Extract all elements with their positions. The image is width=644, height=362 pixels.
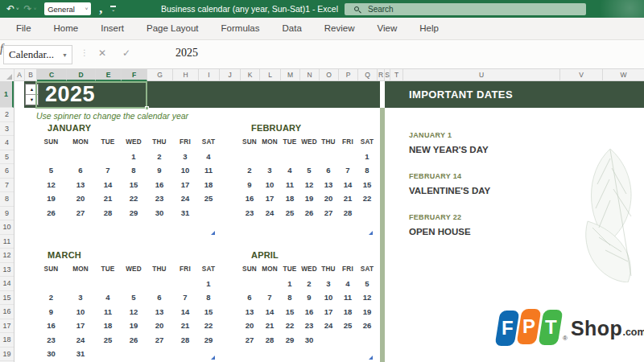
day-cell[interactable]: [299, 150, 319, 164]
day-cell[interactable]: 28: [95, 206, 121, 220]
redo-button[interactable]: ↷ ˅: [24, 0, 37, 18]
undo-dropdown-icon[interactable]: ˅: [16, 0, 19, 18]
day-cell[interactable]: 14: [338, 178, 357, 192]
day-cell[interactable]: 12: [121, 305, 147, 319]
tab-file[interactable]: File: [5, 18, 43, 39]
day-cell[interactable]: 24: [319, 319, 338, 333]
resize-corner-icon[interactable]: [211, 356, 215, 360]
day-cell[interactable]: [259, 277, 280, 291]
day-cell[interactable]: 29: [198, 333, 219, 348]
day-cell[interactable]: [198, 347, 219, 361]
column-header-c[interactable]: C: [37, 69, 67, 81]
day-cell[interactable]: 27: [240, 333, 259, 348]
day-cell[interactable]: 10: [259, 178, 280, 192]
day-cell[interactable]: 26: [299, 206, 319, 220]
day-cell[interactable]: 31: [172, 206, 198, 220]
undo-button[interactable]: ↶ ˅: [6, 0, 19, 18]
search-input[interactable]: [368, 5, 561, 14]
column-header-n[interactable]: N: [300, 69, 320, 81]
tab-insert[interactable]: Insert: [89, 18, 135, 39]
day-cell[interactable]: 23: [299, 319, 319, 333]
day-cell[interactable]: 18: [280, 191, 299, 206]
day-cell[interactable]: 21: [338, 191, 357, 206]
tab-home[interactable]: Home: [43, 18, 90, 39]
day-cell[interactable]: 6: [147, 290, 172, 305]
day-cell[interactable]: 10: [319, 290, 338, 305]
day-cell[interactable]: 20: [319, 191, 338, 206]
day-cell[interactable]: [357, 333, 377, 348]
day-cell[interactable]: 3: [319, 277, 338, 291]
day-cell[interactable]: 2: [36, 290, 66, 305]
day-cell[interactable]: 8: [280, 290, 299, 305]
column-header-o[interactable]: O: [320, 69, 339, 81]
day-cell[interactable]: 27: [66, 206, 95, 220]
day-cell[interactable]: 10: [66, 305, 95, 319]
row-header-13[interactable]: 13: [0, 263, 14, 278]
day-cell[interactable]: 14: [172, 305, 198, 319]
resize-corner-icon[interactable]: [211, 231, 215, 235]
redo-dropdown-icon[interactable]: ˅: [34, 0, 37, 18]
day-cell[interactable]: 1: [121, 150, 147, 164]
column-header-q[interactable]: Q: [358, 69, 378, 81]
row-header-15[interactable]: 15: [0, 291, 14, 306]
day-cell[interactable]: 11: [280, 178, 299, 192]
day-cell[interactable]: 9: [240, 178, 259, 192]
day-cell[interactable]: 23: [36, 333, 66, 348]
column-header-p[interactable]: P: [339, 69, 358, 81]
day-cell[interactable]: 17: [319, 305, 338, 319]
day-cell[interactable]: [198, 206, 219, 220]
day-cell[interactable]: 19: [299, 191, 319, 206]
tab-formulas[interactable]: Formulas: [210, 18, 271, 39]
day-cell[interactable]: 13: [147, 305, 172, 319]
column-header-h[interactable]: H: [173, 69, 199, 81]
day-cell[interactable]: 28: [172, 333, 198, 348]
column-header-e[interactable]: E: [96, 69, 122, 81]
day-cell[interactable]: 15: [198, 305, 219, 319]
row-header-9[interactable]: 9: [0, 207, 14, 221]
day-cell[interactable]: 28: [338, 206, 357, 220]
column-header-f[interactable]: F: [122, 69, 147, 81]
tab-page-layout[interactable]: Page Layout: [135, 18, 210, 39]
day-cell[interactable]: 16: [299, 305, 319, 319]
day-cell[interactable]: 26: [36, 206, 66, 220]
row-header-8[interactable]: 8: [0, 192, 14, 207]
tab-data[interactable]: Data: [271, 18, 313, 39]
day-cell[interactable]: 24: [259, 206, 280, 220]
day-cell[interactable]: 1: [357, 150, 377, 164]
tab-review[interactable]: Review: [313, 18, 366, 39]
day-cell[interactable]: [240, 277, 259, 291]
day-cell[interactable]: 18: [198, 178, 219, 192]
day-cell[interactable]: 27: [147, 333, 172, 348]
day-cell[interactable]: [280, 150, 299, 164]
day-cell[interactable]: 3: [259, 163, 280, 178]
day-cell[interactable]: [147, 277, 172, 291]
name-box-dropdown-icon[interactable]: ▼: [58, 52, 72, 58]
day-cell[interactable]: 12: [36, 178, 66, 192]
row-header-3[interactable]: 3: [0, 122, 14, 137]
day-cell[interactable]: 23: [147, 191, 172, 206]
day-cell[interactable]: [95, 277, 121, 291]
enter-icon[interactable]: ✓: [122, 47, 130, 59]
day-cell[interactable]: 11: [198, 163, 219, 178]
column-header-g[interactable]: G: [147, 69, 173, 81]
day-cell[interactable]: [357, 206, 377, 220]
day-cell[interactable]: 13: [240, 305, 259, 319]
row-header-5[interactable]: 5: [0, 150, 14, 165]
day-cell[interactable]: 11: [338, 290, 357, 305]
select-all-corner[interactable]: [0, 69, 14, 81]
day-cell[interactable]: 19: [36, 191, 66, 206]
resize-corner-icon[interactable]: [369, 356, 373, 360]
day-cell[interactable]: 24: [172, 191, 198, 206]
column-header-w[interactable]: W: [603, 69, 644, 81]
day-cell[interactable]: 2: [147, 150, 172, 164]
day-cell[interactable]: [121, 277, 147, 291]
column-header-m[interactable]: M: [281, 69, 300, 81]
day-cell[interactable]: 5: [357, 277, 377, 291]
row-header-11[interactable]: 11: [0, 235, 14, 249]
column-header-k[interactable]: K: [241, 69, 260, 81]
day-cell[interactable]: [95, 150, 121, 164]
column-header-a[interactable]: A: [14, 69, 25, 81]
column-header-j[interactable]: J: [220, 69, 241, 81]
day-cell[interactable]: 18: [95, 319, 121, 333]
fill-handle[interactable]: [145, 106, 149, 110]
